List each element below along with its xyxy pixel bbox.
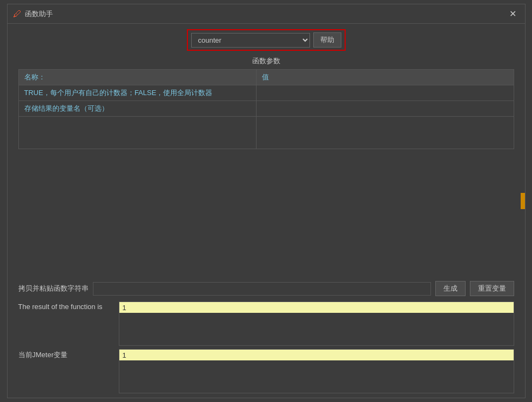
dialog-title: 函数助手: [25, 9, 53, 19]
reset-button[interactable]: 重置变量: [470, 281, 514, 296]
param-value-1[interactable]: [256, 101, 514, 117]
app-icon: 🖊: [13, 9, 22, 19]
selector-wrapper: counter 帮助: [187, 29, 346, 51]
param-value-empty: [256, 117, 514, 149]
result-line-row-0: 1: [119, 302, 514, 313]
result-row-0: The result of the function is 1: [18, 302, 514, 346]
close-button[interactable]: ✕: [506, 8, 520, 20]
result-box-0: 1: [119, 302, 514, 346]
col-value-header: 值: [256, 70, 514, 85]
result-box-1: 1: [119, 349, 514, 393]
param-input-0[interactable]: [262, 88, 508, 96]
result-section: The result of the function is 1 当前JMeter…: [18, 302, 514, 393]
function-helper-dialog: 🖊 函数助手 ✕ counter 帮助 函数参数 名称： 值 TRUE，每个用: [7, 4, 526, 398]
param-name-1: 存储结果的变量名（可选）: [18, 101, 256, 117]
help-button[interactable]: 帮助: [313, 32, 341, 48]
result-label-0: The result of the function is: [18, 302, 116, 311]
bottom-area: 拷贝并粘贴函数字符串 生成 重置变量 The result of the fun…: [8, 277, 525, 398]
params-section: 函数参数 名称： 值 TRUE，每个用户有自己的计数器；FALSE，使用全局计数…: [8, 56, 525, 277]
copy-label: 拷贝并粘贴函数字符串: [18, 284, 89, 293]
copy-input[interactable]: [93, 282, 431, 296]
table-row: 存储结果的变量名（可选）: [18, 101, 514, 117]
scroll-indicator[interactable]: [521, 193, 525, 209]
params-title: 函数参数: [18, 56, 514, 66]
param-value-0[interactable]: [256, 85, 514, 101]
param-name-empty: [18, 117, 256, 149]
result-body-0: [119, 313, 514, 345]
params-table: 名称： 值 TRUE，每个用户有自己的计数器；FALSE，使用全局计数器 存储结…: [18, 69, 514, 149]
result-line-row-1: 1: [119, 350, 514, 360]
result-row-1: 当前JMeter变量 1: [18, 349, 514, 393]
result-line-number-0: 1: [119, 302, 132, 313]
table-row: TRUE，每个用户有自己的计数器；FALSE，使用全局计数器: [18, 85, 514, 101]
title-bar-left: 🖊 函数助手: [13, 9, 53, 19]
copy-row: 拷贝并粘贴函数字符串 生成 重置变量: [18, 281, 514, 296]
param-name-0: TRUE，每个用户有自己的计数器；FALSE，使用全局计数器: [18, 85, 256, 101]
title-bar: 🖊 函数助手 ✕: [8, 4, 525, 24]
function-selector-area: counter 帮助: [8, 24, 525, 56]
result-line-number-1: 1: [119, 350, 132, 360]
result-label-1: 当前JMeter变量: [18, 349, 116, 360]
function-select[interactable]: counter: [191, 33, 310, 48]
result-line-content-0: [132, 302, 514, 313]
col-name-header: 名称：: [18, 70, 256, 85]
result-line-content-1: [132, 350, 514, 360]
generate-button[interactable]: 生成: [435, 281, 466, 296]
param-input-1[interactable]: [262, 104, 508, 112]
table-row-empty: [18, 117, 514, 149]
result-body-1: [119, 360, 514, 393]
